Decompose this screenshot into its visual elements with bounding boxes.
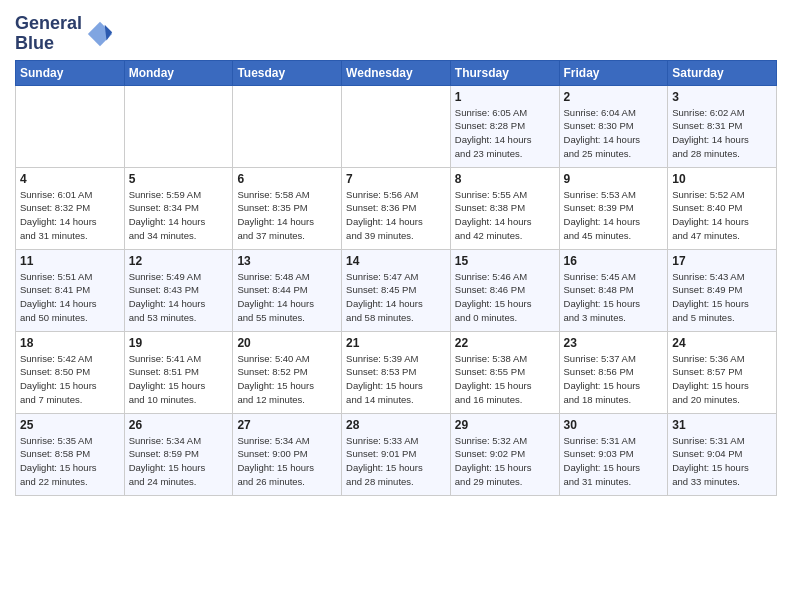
calendar-week-row: 25Sunrise: 5:35 AM Sunset: 8:58 PM Dayli…	[16, 413, 777, 495]
calendar-cell: 23Sunrise: 5:37 AM Sunset: 8:56 PM Dayli…	[559, 331, 668, 413]
calendar-cell: 29Sunrise: 5:32 AM Sunset: 9:02 PM Dayli…	[450, 413, 559, 495]
calendar-cell: 4Sunrise: 6:01 AM Sunset: 8:32 PM Daylig…	[16, 167, 125, 249]
cell-details: Sunrise: 5:34 AM Sunset: 8:59 PM Dayligh…	[129, 434, 229, 489]
calendar-cell: 30Sunrise: 5:31 AM Sunset: 9:03 PM Dayli…	[559, 413, 668, 495]
cell-details: Sunrise: 5:48 AM Sunset: 8:44 PM Dayligh…	[237, 270, 337, 325]
cell-details: Sunrise: 5:31 AM Sunset: 9:04 PM Dayligh…	[672, 434, 772, 489]
day-number: 30	[564, 418, 664, 432]
cell-details: Sunrise: 5:55 AM Sunset: 8:38 PM Dayligh…	[455, 188, 555, 243]
day-number: 28	[346, 418, 446, 432]
calendar-cell: 2Sunrise: 6:04 AM Sunset: 8:30 PM Daylig…	[559, 85, 668, 167]
day-number: 2	[564, 90, 664, 104]
cell-details: Sunrise: 5:36 AM Sunset: 8:57 PM Dayligh…	[672, 352, 772, 407]
cell-details: Sunrise: 6:02 AM Sunset: 8:31 PM Dayligh…	[672, 106, 772, 161]
calendar-week-row: 1Sunrise: 6:05 AM Sunset: 8:28 PM Daylig…	[16, 85, 777, 167]
calendar-cell	[342, 85, 451, 167]
calendar-table: SundayMondayTuesdayWednesdayThursdayFrid…	[15, 60, 777, 496]
day-number: 4	[20, 172, 120, 186]
cell-details: Sunrise: 5:46 AM Sunset: 8:46 PM Dayligh…	[455, 270, 555, 325]
cell-details: Sunrise: 5:47 AM Sunset: 8:45 PM Dayligh…	[346, 270, 446, 325]
day-number: 10	[672, 172, 772, 186]
calendar-cell: 6Sunrise: 5:58 AM Sunset: 8:35 PM Daylig…	[233, 167, 342, 249]
logo: GeneralBlue	[15, 14, 114, 54]
day-number: 12	[129, 254, 229, 268]
day-number: 14	[346, 254, 446, 268]
cell-details: Sunrise: 5:49 AM Sunset: 8:43 PM Dayligh…	[129, 270, 229, 325]
calendar-cell: 11Sunrise: 5:51 AM Sunset: 8:41 PM Dayli…	[16, 249, 125, 331]
day-number: 8	[455, 172, 555, 186]
weekday-header-row: SundayMondayTuesdayWednesdayThursdayFrid…	[16, 60, 777, 85]
calendar-cell: 15Sunrise: 5:46 AM Sunset: 8:46 PM Dayli…	[450, 249, 559, 331]
day-number: 26	[129, 418, 229, 432]
cell-details: Sunrise: 5:34 AM Sunset: 9:00 PM Dayligh…	[237, 434, 337, 489]
weekday-header-tuesday: Tuesday	[233, 60, 342, 85]
cell-details: Sunrise: 5:32 AM Sunset: 9:02 PM Dayligh…	[455, 434, 555, 489]
calendar-cell: 7Sunrise: 5:56 AM Sunset: 8:36 PM Daylig…	[342, 167, 451, 249]
day-number: 9	[564, 172, 664, 186]
day-number: 18	[20, 336, 120, 350]
calendar-cell: 24Sunrise: 5:36 AM Sunset: 8:57 PM Dayli…	[668, 331, 777, 413]
calendar-cell: 1Sunrise: 6:05 AM Sunset: 8:28 PM Daylig…	[450, 85, 559, 167]
calendar-cell: 28Sunrise: 5:33 AM Sunset: 9:01 PM Dayli…	[342, 413, 451, 495]
weekday-header-monday: Monday	[124, 60, 233, 85]
cell-details: Sunrise: 5:39 AM Sunset: 8:53 PM Dayligh…	[346, 352, 446, 407]
weekday-header-friday: Friday	[559, 60, 668, 85]
cell-details: Sunrise: 5:56 AM Sunset: 8:36 PM Dayligh…	[346, 188, 446, 243]
cell-details: Sunrise: 5:42 AM Sunset: 8:50 PM Dayligh…	[20, 352, 120, 407]
day-number: 27	[237, 418, 337, 432]
day-number: 16	[564, 254, 664, 268]
weekday-header-wednesday: Wednesday	[342, 60, 451, 85]
calendar-cell	[124, 85, 233, 167]
calendar-cell: 12Sunrise: 5:49 AM Sunset: 8:43 PM Dayli…	[124, 249, 233, 331]
cell-details: Sunrise: 5:53 AM Sunset: 8:39 PM Dayligh…	[564, 188, 664, 243]
cell-details: Sunrise: 5:31 AM Sunset: 9:03 PM Dayligh…	[564, 434, 664, 489]
day-number: 20	[237, 336, 337, 350]
calendar-cell: 5Sunrise: 5:59 AM Sunset: 8:34 PM Daylig…	[124, 167, 233, 249]
calendar-cell: 8Sunrise: 5:55 AM Sunset: 8:38 PM Daylig…	[450, 167, 559, 249]
cell-details: Sunrise: 5:41 AM Sunset: 8:51 PM Dayligh…	[129, 352, 229, 407]
day-number: 17	[672, 254, 772, 268]
cell-details: Sunrise: 5:33 AM Sunset: 9:01 PM Dayligh…	[346, 434, 446, 489]
cell-details: Sunrise: 6:05 AM Sunset: 8:28 PM Dayligh…	[455, 106, 555, 161]
day-number: 6	[237, 172, 337, 186]
calendar-cell: 21Sunrise: 5:39 AM Sunset: 8:53 PM Dayli…	[342, 331, 451, 413]
logo-icon	[86, 20, 114, 48]
cell-details: Sunrise: 5:51 AM Sunset: 8:41 PM Dayligh…	[20, 270, 120, 325]
day-number: 3	[672, 90, 772, 104]
day-number: 15	[455, 254, 555, 268]
cell-details: Sunrise: 5:52 AM Sunset: 8:40 PM Dayligh…	[672, 188, 772, 243]
calendar-week-row: 11Sunrise: 5:51 AM Sunset: 8:41 PM Dayli…	[16, 249, 777, 331]
day-number: 24	[672, 336, 772, 350]
day-number: 21	[346, 336, 446, 350]
day-number: 19	[129, 336, 229, 350]
cell-details: Sunrise: 6:01 AM Sunset: 8:32 PM Dayligh…	[20, 188, 120, 243]
calendar-cell: 31Sunrise: 5:31 AM Sunset: 9:04 PM Dayli…	[668, 413, 777, 495]
logo-text: GeneralBlue	[15, 14, 82, 54]
weekday-header-thursday: Thursday	[450, 60, 559, 85]
calendar-cell: 13Sunrise: 5:48 AM Sunset: 8:44 PM Dayli…	[233, 249, 342, 331]
day-number: 23	[564, 336, 664, 350]
calendar-cell	[233, 85, 342, 167]
day-number: 1	[455, 90, 555, 104]
cell-details: Sunrise: 5:38 AM Sunset: 8:55 PM Dayligh…	[455, 352, 555, 407]
calendar-cell: 3Sunrise: 6:02 AM Sunset: 8:31 PM Daylig…	[668, 85, 777, 167]
calendar-cell: 10Sunrise: 5:52 AM Sunset: 8:40 PM Dayli…	[668, 167, 777, 249]
calendar-week-row: 4Sunrise: 6:01 AM Sunset: 8:32 PM Daylig…	[16, 167, 777, 249]
cell-details: Sunrise: 5:59 AM Sunset: 8:34 PM Dayligh…	[129, 188, 229, 243]
calendar-cell: 25Sunrise: 5:35 AM Sunset: 8:58 PM Dayli…	[16, 413, 125, 495]
day-number: 11	[20, 254, 120, 268]
cell-details: Sunrise: 5:58 AM Sunset: 8:35 PM Dayligh…	[237, 188, 337, 243]
calendar-cell: 22Sunrise: 5:38 AM Sunset: 8:55 PM Dayli…	[450, 331, 559, 413]
calendar-cell: 9Sunrise: 5:53 AM Sunset: 8:39 PM Daylig…	[559, 167, 668, 249]
calendar-cell: 18Sunrise: 5:42 AM Sunset: 8:50 PM Dayli…	[16, 331, 125, 413]
day-number: 25	[20, 418, 120, 432]
calendar-cell: 19Sunrise: 5:41 AM Sunset: 8:51 PM Dayli…	[124, 331, 233, 413]
cell-details: Sunrise: 5:37 AM Sunset: 8:56 PM Dayligh…	[564, 352, 664, 407]
day-number: 5	[129, 172, 229, 186]
cell-details: Sunrise: 5:35 AM Sunset: 8:58 PM Dayligh…	[20, 434, 120, 489]
weekday-header-saturday: Saturday	[668, 60, 777, 85]
day-number: 22	[455, 336, 555, 350]
calendar-week-row: 18Sunrise: 5:42 AM Sunset: 8:50 PM Dayli…	[16, 331, 777, 413]
header: GeneralBlue	[15, 10, 777, 54]
calendar-cell: 17Sunrise: 5:43 AM Sunset: 8:49 PM Dayli…	[668, 249, 777, 331]
